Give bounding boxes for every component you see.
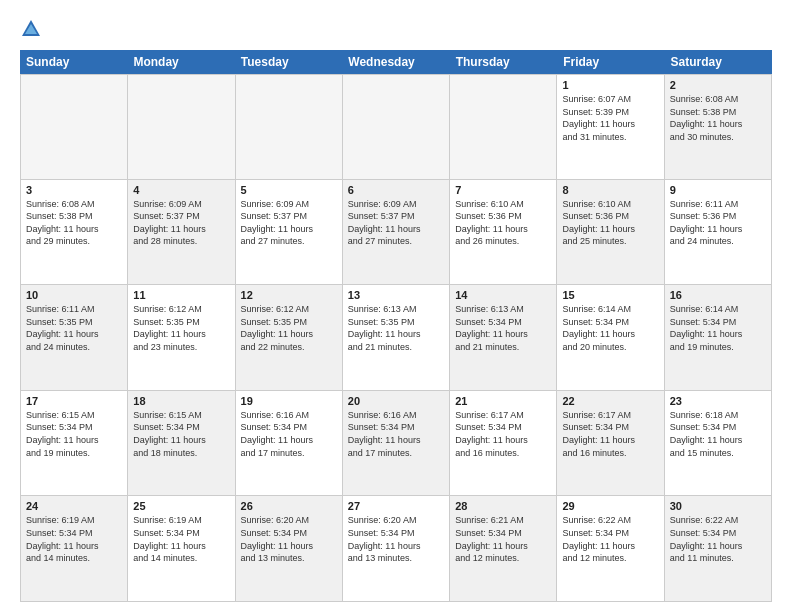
day-number: 20 — [348, 395, 444, 407]
logo-icon — [20, 18, 42, 40]
calendar-row-2: 10Sunrise: 6:11 AMSunset: 5:35 PMDayligh… — [20, 285, 772, 391]
empty-cell-0-4 — [450, 74, 557, 180]
day-cell-2: 2Sunrise: 6:08 AMSunset: 5:38 PMDaylight… — [665, 74, 772, 180]
day-number: 17 — [26, 395, 122, 407]
weekday-header-monday: Monday — [127, 50, 234, 74]
day-cell-12: 12Sunrise: 6:12 AMSunset: 5:35 PMDayligh… — [236, 285, 343, 391]
day-cell-20: 20Sunrise: 6:16 AMSunset: 5:34 PMDayligh… — [343, 391, 450, 497]
day-info: Sunrise: 6:20 AMSunset: 5:34 PMDaylight:… — [241, 514, 337, 564]
day-info: Sunrise: 6:11 AMSunset: 5:35 PMDaylight:… — [26, 303, 122, 353]
day-cell-8: 8Sunrise: 6:10 AMSunset: 5:36 PMDaylight… — [557, 180, 664, 286]
calendar-row-4: 24Sunrise: 6:19 AMSunset: 5:34 PMDayligh… — [20, 496, 772, 602]
day-info: Sunrise: 6:16 AMSunset: 5:34 PMDaylight:… — [241, 409, 337, 459]
day-info: Sunrise: 6:07 AMSunset: 5:39 PMDaylight:… — [562, 93, 658, 143]
day-info: Sunrise: 6:19 AMSunset: 5:34 PMDaylight:… — [26, 514, 122, 564]
day-info: Sunrise: 6:21 AMSunset: 5:34 PMDaylight:… — [455, 514, 551, 564]
day-number: 23 — [670, 395, 766, 407]
logo — [20, 16, 46, 40]
day-cell-30: 30Sunrise: 6:22 AMSunset: 5:34 PMDayligh… — [665, 496, 772, 602]
day-number: 10 — [26, 289, 122, 301]
day-number: 22 — [562, 395, 658, 407]
day-info: Sunrise: 6:22 AMSunset: 5:34 PMDaylight:… — [562, 514, 658, 564]
day-cell-28: 28Sunrise: 6:21 AMSunset: 5:34 PMDayligh… — [450, 496, 557, 602]
day-info: Sunrise: 6:18 AMSunset: 5:34 PMDaylight:… — [670, 409, 766, 459]
day-number: 8 — [562, 184, 658, 196]
day-number: 19 — [241, 395, 337, 407]
day-number: 7 — [455, 184, 551, 196]
day-number: 27 — [348, 500, 444, 512]
day-info: Sunrise: 6:17 AMSunset: 5:34 PMDaylight:… — [455, 409, 551, 459]
day-cell-6: 6Sunrise: 6:09 AMSunset: 5:37 PMDaylight… — [343, 180, 450, 286]
day-info: Sunrise: 6:08 AMSunset: 5:38 PMDaylight:… — [670, 93, 766, 143]
day-cell-19: 19Sunrise: 6:16 AMSunset: 5:34 PMDayligh… — [236, 391, 343, 497]
weekday-header-friday: Friday — [557, 50, 664, 74]
day-cell-26: 26Sunrise: 6:20 AMSunset: 5:34 PMDayligh… — [236, 496, 343, 602]
day-number: 24 — [26, 500, 122, 512]
day-info: Sunrise: 6:09 AMSunset: 5:37 PMDaylight:… — [348, 198, 444, 248]
weekday-header-wednesday: Wednesday — [342, 50, 449, 74]
day-number: 28 — [455, 500, 551, 512]
day-info: Sunrise: 6:17 AMSunset: 5:34 PMDaylight:… — [562, 409, 658, 459]
day-info: Sunrise: 6:09 AMSunset: 5:37 PMDaylight:… — [241, 198, 337, 248]
weekday-header-tuesday: Tuesday — [235, 50, 342, 74]
day-number: 4 — [133, 184, 229, 196]
day-info: Sunrise: 6:20 AMSunset: 5:34 PMDaylight:… — [348, 514, 444, 564]
day-number: 11 — [133, 289, 229, 301]
day-cell-25: 25Sunrise: 6:19 AMSunset: 5:34 PMDayligh… — [128, 496, 235, 602]
day-number: 14 — [455, 289, 551, 301]
day-number: 26 — [241, 500, 337, 512]
day-number: 15 — [562, 289, 658, 301]
day-cell-7: 7Sunrise: 6:10 AMSunset: 5:36 PMDaylight… — [450, 180, 557, 286]
empty-cell-0-0 — [21, 74, 128, 180]
day-cell-24: 24Sunrise: 6:19 AMSunset: 5:34 PMDayligh… — [21, 496, 128, 602]
day-cell-22: 22Sunrise: 6:17 AMSunset: 5:34 PMDayligh… — [557, 391, 664, 497]
day-number: 9 — [670, 184, 766, 196]
day-number: 21 — [455, 395, 551, 407]
day-info: Sunrise: 6:09 AMSunset: 5:37 PMDaylight:… — [133, 198, 229, 248]
day-number: 13 — [348, 289, 444, 301]
day-cell-21: 21Sunrise: 6:17 AMSunset: 5:34 PMDayligh… — [450, 391, 557, 497]
day-cell-29: 29Sunrise: 6:22 AMSunset: 5:34 PMDayligh… — [557, 496, 664, 602]
day-cell-16: 16Sunrise: 6:14 AMSunset: 5:34 PMDayligh… — [665, 285, 772, 391]
day-cell-1: 1Sunrise: 6:07 AMSunset: 5:39 PMDaylight… — [557, 74, 664, 180]
day-info: Sunrise: 6:16 AMSunset: 5:34 PMDaylight:… — [348, 409, 444, 459]
day-cell-23: 23Sunrise: 6:18 AMSunset: 5:34 PMDayligh… — [665, 391, 772, 497]
empty-cell-0-2 — [236, 74, 343, 180]
day-cell-14: 14Sunrise: 6:13 AMSunset: 5:34 PMDayligh… — [450, 285, 557, 391]
day-number: 29 — [562, 500, 658, 512]
day-info: Sunrise: 6:10 AMSunset: 5:36 PMDaylight:… — [562, 198, 658, 248]
weekday-header-thursday: Thursday — [450, 50, 557, 74]
weekday-header-sunday: Sunday — [20, 50, 127, 74]
day-number: 12 — [241, 289, 337, 301]
day-number: 6 — [348, 184, 444, 196]
weekday-header-saturday: Saturday — [665, 50, 772, 74]
day-cell-11: 11Sunrise: 6:12 AMSunset: 5:35 PMDayligh… — [128, 285, 235, 391]
day-number: 1 — [562, 79, 658, 91]
day-number: 16 — [670, 289, 766, 301]
calendar: SundayMondayTuesdayWednesdayThursdayFrid… — [20, 50, 772, 602]
empty-cell-0-3 — [343, 74, 450, 180]
day-cell-18: 18Sunrise: 6:15 AMSunset: 5:34 PMDayligh… — [128, 391, 235, 497]
day-info: Sunrise: 6:15 AMSunset: 5:34 PMDaylight:… — [26, 409, 122, 459]
day-info: Sunrise: 6:19 AMSunset: 5:34 PMDaylight:… — [133, 514, 229, 564]
calendar-body: 1Sunrise: 6:07 AMSunset: 5:39 PMDaylight… — [20, 74, 772, 602]
day-number: 18 — [133, 395, 229, 407]
day-cell-15: 15Sunrise: 6:14 AMSunset: 5:34 PMDayligh… — [557, 285, 664, 391]
day-number: 5 — [241, 184, 337, 196]
day-info: Sunrise: 6:11 AMSunset: 5:36 PMDaylight:… — [670, 198, 766, 248]
day-info: Sunrise: 6:12 AMSunset: 5:35 PMDaylight:… — [241, 303, 337, 353]
day-info: Sunrise: 6:13 AMSunset: 5:35 PMDaylight:… — [348, 303, 444, 353]
day-number: 3 — [26, 184, 122, 196]
calendar-row-0: 1Sunrise: 6:07 AMSunset: 5:39 PMDaylight… — [20, 74, 772, 180]
day-cell-5: 5Sunrise: 6:09 AMSunset: 5:37 PMDaylight… — [236, 180, 343, 286]
calendar-row-3: 17Sunrise: 6:15 AMSunset: 5:34 PMDayligh… — [20, 391, 772, 497]
header — [20, 16, 772, 40]
day-info: Sunrise: 6:08 AMSunset: 5:38 PMDaylight:… — [26, 198, 122, 248]
day-cell-17: 17Sunrise: 6:15 AMSunset: 5:34 PMDayligh… — [21, 391, 128, 497]
day-number: 25 — [133, 500, 229, 512]
day-info: Sunrise: 6:14 AMSunset: 5:34 PMDaylight:… — [562, 303, 658, 353]
page: SundayMondayTuesdayWednesdayThursdayFrid… — [0, 0, 792, 612]
day-cell-9: 9Sunrise: 6:11 AMSunset: 5:36 PMDaylight… — [665, 180, 772, 286]
day-info: Sunrise: 6:10 AMSunset: 5:36 PMDaylight:… — [455, 198, 551, 248]
day-cell-10: 10Sunrise: 6:11 AMSunset: 5:35 PMDayligh… — [21, 285, 128, 391]
